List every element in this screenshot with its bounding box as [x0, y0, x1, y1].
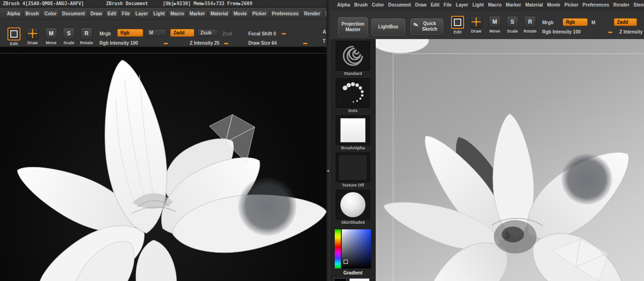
menu-edit[interactable]: Edit [105, 10, 119, 18]
projection-master-button[interactable]: Projection Master [338, 17, 368, 37]
dots-stroke-icon [336, 78, 370, 108]
rotate-button[interactable]: R Rotate [522, 16, 538, 33]
menu-brush[interactable]: Brush [353, 1, 369, 8]
menu-marker[interactable]: Marker [187, 10, 207, 18]
scale-button[interactable]: S Scale [504, 16, 521, 33]
m-button[interactable]: M [591, 20, 595, 25]
draw-label: Draw [468, 29, 485, 33]
move-button[interactable]: M Move [486, 16, 503, 33]
menu-preferences[interactable]: Preferences [581, 1, 611, 8]
menu-brush[interactable]: Brush [23, 10, 41, 18]
menu-draw[interactable]: Draw [88, 10, 104, 18]
menu-preferences[interactable]: Preferences [270, 10, 301, 18]
mrgb-button[interactable]: Mrgb [542, 20, 553, 25]
focal-shift-indicator [282, 33, 286, 34]
color-swatches [334, 278, 376, 281]
scale-icon: S [506, 16, 518, 28]
menu-material[interactable]: Material [524, 1, 544, 8]
edit-icon [451, 16, 464, 29]
menu-file[interactable]: File [120, 10, 132, 18]
menu-movie[interactable]: Movie [231, 10, 249, 18]
menu-color[interactable]: Color [371, 1, 385, 8]
clipped-texture-label: T [323, 39, 325, 44]
z-intensity-slider[interactable]: Z Intensity 25 [190, 40, 219, 46]
menu-marker[interactable]: Marker [505, 1, 523, 8]
material-selector[interactable]: SkinShade4 [334, 190, 372, 225]
alpha-selector[interactable]: BrushAlpha [334, 115, 372, 150]
stroke-name: Dots [334, 108, 372, 113]
main-color-swatch[interactable] [349, 278, 370, 281]
menu-alpha[interactable]: Alpha [336, 1, 352, 8]
menu-layer[interactable]: Layer [454, 1, 470, 8]
zsub-button[interactable]: Zsub [197, 29, 218, 37]
menu-layer[interactable]: Layer [133, 10, 150, 18]
menu-render[interactable]: Render [612, 1, 631, 8]
rgb-intensity-slider[interactable]: Rgb Intensity 100 [542, 29, 581, 34]
menu-macro[interactable]: Macro [486, 1, 503, 8]
draw-button[interactable]: Draw [468, 16, 485, 33]
texture-off-icon [336, 153, 370, 182]
draw-crosshair-icon [470, 16, 482, 28]
zadd-button[interactable]: Zadd [170, 29, 194, 37]
edit-button[interactable]: Edit [6, 27, 22, 46]
hue-bar[interactable] [335, 229, 341, 268]
focal-shift-slider[interactable]: Focal Shift 0 [248, 31, 276, 36]
canvas-right[interactable] [376, 39, 644, 281]
quick-sketch-line1: Quick [423, 21, 436, 27]
menu-edit[interactable]: Edit [429, 1, 441, 8]
brush-selector[interactable]: Standard [334, 41, 372, 76]
menu-picker[interactable]: Picker [250, 10, 269, 18]
zcut-button[interactable]: Zcut [222, 31, 232, 36]
draw-size-slider[interactable]: Draw Size 64 [248, 40, 277, 46]
menu-picker[interactable]: Picker [563, 1, 580, 8]
quick-sketch-button[interactable]: ✎ Quick Sketch [410, 18, 444, 35]
lightbox-button[interactable]: LightBox [371, 18, 405, 36]
rgb-intensity-slider[interactable]: Rgb Intensity 100 [100, 40, 138, 46]
document-title: ZBrush Document [106, 1, 163, 6]
rotate-icon: R [80, 27, 93, 40]
texture-selector[interactable]: Texture Off [334, 153, 372, 187]
menu-file[interactable]: File [442, 1, 453, 8]
menu-material[interactable]: Material [208, 10, 231, 18]
menu-macro[interactable]: Macro [168, 10, 186, 18]
rgb-intensity-indicator [164, 43, 168, 44]
menu-document[interactable]: Document [387, 1, 412, 8]
rgb-button[interactable]: Rgb [563, 18, 588, 26]
rgb-intensity-indicator [608, 32, 612, 33]
z-intensity-slider[interactable]: Z Intensity [619, 29, 643, 34]
m-button[interactable]: M [146, 29, 166, 37]
canvas-left[interactable] [0, 47, 326, 281]
menu-color[interactable]: Color [42, 10, 59, 18]
zadd-button[interactable]: Zadd [614, 18, 637, 26]
rotate-label: Rotate [78, 40, 95, 45]
edit-label: Edit [6, 41, 22, 46]
menu-stencil[interactable]: Stencil [632, 1, 644, 8]
menu-draw[interactable]: Draw [414, 1, 428, 8]
move-button[interactable]: M Move [43, 27, 60, 45]
menu-light[interactable]: Light [151, 10, 167, 18]
menu-bar-left: Alpha Brush Color Document Draw Edit Fil… [0, 8, 326, 20]
secondary-color-swatch[interactable] [334, 278, 347, 281]
pencil-icon: ✎ [413, 22, 419, 28]
color-picker[interactable]: Gradient [334, 229, 372, 275]
menu-document[interactable]: Document [60, 10, 87, 18]
material-sphere-icon [336, 190, 370, 220]
mrgb-button[interactable]: Mrgb [100, 31, 111, 36]
draw-button[interactable]: Draw [24, 27, 41, 45]
stroke-selector[interactable]: Dots [334, 78, 372, 113]
menu-render[interactable]: Render [302, 10, 322, 18]
saturation-value-square[interactable] [342, 229, 371, 268]
menu-alpha[interactable]: Alpha [5, 10, 22, 18]
scale-button[interactable]: S Scale [60, 27, 77, 45]
menu-movie[interactable]: Movie [545, 1, 561, 8]
collapse-arrow-icon[interactable]: ◀ [326, 167, 329, 175]
brush-cursor-left [238, 177, 297, 236]
alpha-name: BrushAlpha [334, 146, 372, 150]
menu-light[interactable]: Light [471, 1, 485, 8]
rotate-button[interactable]: R Rotate [78, 27, 95, 45]
top-shelf-right: Projection Master LightBox ✎ Quick Sketc… [330, 10, 644, 40]
rgb-button[interactable]: Rgb [117, 29, 143, 37]
gradient-button[interactable]: Gradient [334, 270, 372, 275]
panel-divider[interactable]: ◀ [326, 0, 330, 281]
edit-button[interactable]: Edit [449, 16, 466, 34]
